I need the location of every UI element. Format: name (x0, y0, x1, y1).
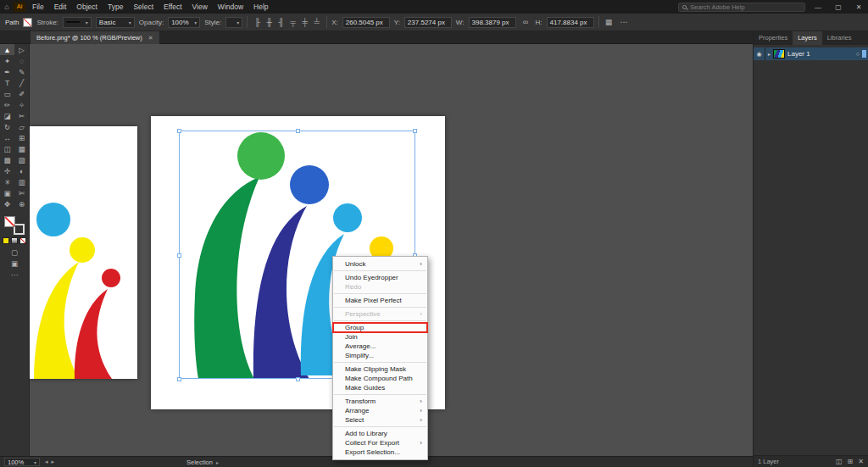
pen-tool[interactable]: ✒ (0, 66, 14, 77)
context-menu-item-make-compound-path[interactable]: Make Compound Path (333, 374, 427, 383)
hand-tool[interactable]: ✥ (0, 198, 14, 209)
next-artboard-icon[interactable]: ▸ (52, 459, 55, 465)
opacity-field[interactable]: 100%▾ (168, 17, 200, 28)
tab-layers[interactable]: Layers (793, 31, 822, 45)
column-graph-tool[interactable]: ▥ (14, 176, 29, 187)
context-menu-item-export-selection[interactable]: Export Selection... (333, 448, 427, 457)
selection-handle[interactable] (177, 253, 181, 258)
vertical-align-bottom-icon[interactable]: ╧ (311, 17, 322, 28)
context-menu-item-add-to-library[interactable]: Add to Library (333, 429, 427, 438)
selection-tool[interactable]: ▲ (0, 44, 14, 55)
left-artboard[interactable] (30, 126, 137, 379)
selection-handle[interactable] (296, 129, 300, 133)
scale-tool[interactable]: ▱ (14, 121, 29, 132)
context-menu-item-transform[interactable]: Transform› (333, 397, 427, 406)
slice-tool[interactable]: ✄ (14, 187, 29, 198)
menu-help[interactable]: Help (248, 0, 273, 14)
selection-handle[interactable] (413, 129, 417, 133)
context-menu-item-arrange[interactable]: Arrange› (333, 406, 427, 415)
selection-handle[interactable] (296, 377, 300, 381)
lasso-tool[interactable]: ◌ (14, 55, 29, 66)
minimize-button[interactable]: — (810, 3, 826, 11)
tab-libraries[interactable]: Libraries (822, 31, 857, 45)
menu-window[interactable]: Window (213, 0, 248, 14)
none-button[interactable] (19, 237, 26, 244)
tab-properties[interactable]: Properties (754, 31, 793, 45)
menu-effect[interactable]: Effect (159, 0, 187, 14)
prev-artboard-icon[interactable]: ◂ (45, 459, 48, 465)
selection-handle[interactable] (177, 129, 181, 133)
context-menu-item-make-guides[interactable]: Make Guides (333, 383, 427, 392)
gradient-tool[interactable]: ▨ (14, 154, 29, 165)
delete-layer-icon[interactable]: ✕ (858, 458, 864, 465)
transform-panel-icon[interactable]: ▦ (604, 17, 615, 28)
paintbrush-tool[interactable]: ✐ (14, 88, 29, 99)
eyedropper-tool[interactable]: ✢ (0, 165, 14, 176)
menu-file[interactable]: File (27, 0, 49, 14)
blend-tool[interactable]: ◐ (14, 165, 29, 176)
menu-select[interactable]: Select (128, 0, 159, 14)
context-menu-item-simplify[interactable]: Simplify... (333, 351, 427, 360)
more-options-icon[interactable]: ⋯ (619, 17, 630, 28)
stroke-weight-field[interactable]: ▾ (63, 17, 92, 28)
context-menu-item-select[interactable]: Select› (333, 415, 427, 425)
free-transform-tool[interactable]: ⊞ (14, 132, 29, 143)
menu-type[interactable]: Type (103, 0, 128, 14)
zoom-level-select[interactable]: 100%▾ (4, 458, 40, 466)
constrain-proportions-icon[interactable]: ∞ (520, 17, 531, 28)
screen-mode-button[interactable]: ▣ (0, 258, 29, 269)
menu-edit[interactable]: Edit (49, 0, 72, 14)
close-button[interactable]: ✕ (851, 3, 866, 11)
fill-color-swatch[interactable] (23, 18, 32, 27)
style-select[interactable]: ▾ (225, 17, 242, 28)
height-field[interactable]: 417.8834 px (547, 17, 594, 28)
y-position-field[interactable]: 237.5274 px (404, 17, 452, 28)
fill-swatch[interactable] (4, 216, 15, 227)
context-menu-item-undo-eyedropper[interactable]: Undo Eyedropper (333, 273, 427, 282)
document-tab[interactable]: Before.png* @ 100 % (RGB/Preview) ✕ (31, 31, 159, 44)
pencil-tool[interactable]: ✏ (0, 99, 14, 110)
brush-select[interactable]: Basic▾ (96, 17, 135, 28)
selection-handle[interactable] (177, 377, 181, 381)
layer-row[interactable]: ◉ ▸ Layer 1 ○ (754, 47, 868, 60)
left-yellow-figure-head[interactable] (70, 237, 95, 263)
layer-target-icon[interactable]: ○ (856, 51, 860, 57)
context-menu-item-join[interactable]: Join (333, 332, 427, 342)
draw-mode-button[interactable]: ▢ (0, 247, 29, 258)
mesh-tool[interactable]: ▩ (0, 154, 14, 165)
zoom-tool[interactable]: ⊕ (14, 198, 29, 209)
scissors-tool[interactable]: ✂ (14, 110, 29, 121)
context-menu-item-collect-for-export[interactable]: Collect For Export› (333, 438, 427, 448)
width-field[interactable]: 398.3879 px (469, 17, 516, 28)
edit-toolbar-button[interactable]: ⋯ (0, 269, 29, 280)
artboard-tool[interactable]: ▣ (0, 187, 14, 198)
context-menu-item-make-pixel-perfect[interactable]: Make Pixel Perfect (333, 296, 427, 305)
horizontal-align-left-icon[interactable]: ╟ (252, 17, 263, 28)
horizontal-align-right-icon[interactable]: ╢ (275, 17, 287, 28)
layer-name[interactable]: Layer 1 (787, 50, 854, 58)
left-red-figure-head[interactable] (102, 269, 120, 287)
shape-builder-tool[interactable]: ◫ (0, 143, 14, 154)
tab-close-icon[interactable]: ✕ (148, 35, 153, 42)
magic-wand-tool[interactable]: ✦ (0, 55, 14, 66)
new-layer-icon[interactable]: ⊞ (848, 458, 854, 465)
artboard-nav[interactable]: ◂▸ (45, 459, 54, 465)
line-segment-tool[interactable]: ╱ (14, 77, 29, 88)
gradient-button[interactable] (11, 237, 18, 244)
x-position-field[interactable]: 260.5045 px (342, 17, 390, 28)
fill-stroke-control[interactable] (4, 216, 25, 235)
horizontal-align-center-icon[interactable]: ╫ (264, 17, 275, 28)
context-menu-item-make-clipping-mask[interactable]: Make Clipping Mask (333, 364, 427, 374)
new-mask-icon[interactable]: ◫ (836, 458, 843, 465)
context-menu-item-average[interactable]: Average... (333, 342, 427, 351)
eraser-tool[interactable]: ◪ (0, 110, 14, 121)
status-menu-icon[interactable]: ▸ (216, 459, 219, 465)
left-cyan-figure-head[interactable] (36, 203, 70, 236)
curvature-tool[interactable]: ✎ (14, 66, 29, 77)
maximize-button[interactable]: ▢ (831, 3, 846, 11)
color-button[interactable] (3, 237, 9, 244)
type-tool[interactable]: T (0, 77, 14, 88)
home-icon[interactable]: ⌂ (0, 3, 14, 11)
shaper-tool[interactable]: ✧ (14, 99, 29, 110)
width-tool[interactable]: ↔ (0, 132, 14, 143)
